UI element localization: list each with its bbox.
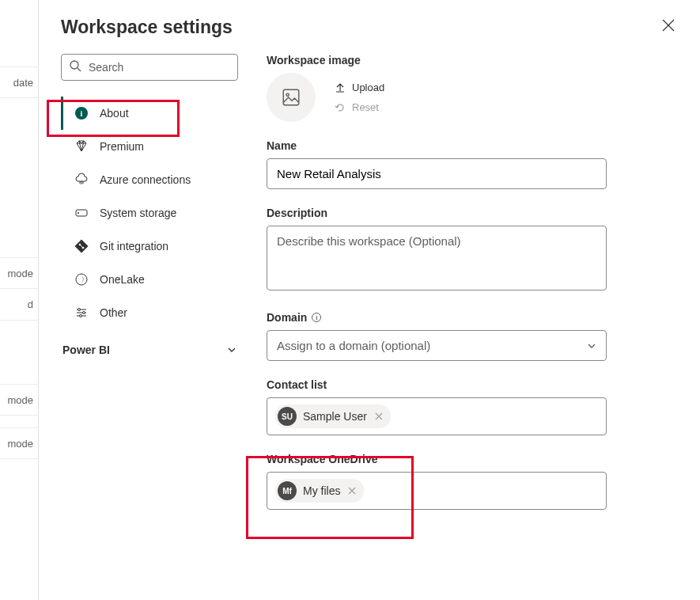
bg-row: mode <box>0 427 38 459</box>
cloud-icon <box>74 173 89 187</box>
nav-label: About <box>100 107 129 120</box>
bg-row: mode <box>0 257 38 289</box>
form-content: Workspace image Upload Reset <box>267 54 607 527</box>
onedrive-label: Workspace OneDrive <box>267 453 607 465</box>
chevron-down-icon <box>227 345 236 355</box>
svg-point-14 <box>80 315 82 317</box>
avatar: SU <box>278 407 297 426</box>
svg-point-0 <box>70 61 78 69</box>
upload-label: Upload <box>352 82 384 93</box>
description-label: Description <box>267 207 607 219</box>
chip-remove[interactable] <box>346 484 358 497</box>
reset-icon <box>335 102 346 113</box>
name-input[interactable] <box>267 158 607 189</box>
chip-name: Sample User <box>303 410 367 423</box>
page-title: Workspace settings <box>61 17 233 38</box>
nav-label: Premium <box>100 140 144 153</box>
nav-item-azure[interactable]: Azure connections <box>61 163 238 196</box>
nav-item-onelake[interactable]: OneLake <box>61 263 238 296</box>
reset-label: Reset <box>352 101 379 113</box>
bg-row: date <box>0 66 38 98</box>
svg-point-10 <box>78 309 81 311</box>
reset-button: Reset <box>335 101 384 113</box>
sliders-icon <box>74 306 89 320</box>
onedrive-input[interactable]: Mf My files <box>267 472 607 510</box>
close-icon <box>662 19 675 32</box>
svg-point-8 <box>76 274 87 285</box>
search-icon <box>69 59 81 75</box>
chip-name: My files <box>303 484 340 497</box>
image-label: Workspace image <box>267 54 607 66</box>
settings-modal: Workspace settings i About <box>38 0 700 600</box>
nav-item-storage[interactable]: System storage <box>61 196 238 230</box>
powerbi-section[interactable]: Power BI <box>61 329 238 364</box>
info-icon: i <box>75 107 88 120</box>
nav-item-git[interactable]: Git integration <box>61 230 238 263</box>
nav-label: Git integration <box>100 240 168 253</box>
chevron-down-icon <box>587 341 596 351</box>
svg-line-1 <box>78 68 81 71</box>
section-label: Power BI <box>62 344 110 356</box>
nav-item-about[interactable]: i About <box>61 97 238 130</box>
upload-button[interactable]: Upload <box>335 82 384 93</box>
close-button[interactable] <box>659 16 678 38</box>
domain-placeholder: Assign to a domain (optional) <box>277 339 430 352</box>
avatar: Mf <box>278 481 297 500</box>
storage-icon <box>74 206 89 220</box>
close-icon <box>348 487 356 495</box>
git-icon <box>74 239 89 253</box>
sidebar: i About Premium Azure connections <box>61 54 238 527</box>
contact-input[interactable]: SU Sample User <box>267 397 607 435</box>
chip-remove[interactable] <box>373 410 384 423</box>
nav-label: System storage <box>100 207 176 219</box>
bg-row: d <box>0 289 38 321</box>
description-input[interactable] <box>267 226 607 291</box>
diamond-icon <box>74 139 89 154</box>
bg-row: mode <box>0 384 38 416</box>
nav-label: Azure connections <box>100 173 191 186</box>
svg-rect-15 <box>283 89 299 105</box>
workspace-image-placeholder[interactable] <box>267 73 316 122</box>
contact-chip: SU Sample User <box>275 404 391 428</box>
nav-item-other[interactable]: Other <box>61 296 238 329</box>
contact-label: Contact list <box>267 378 607 391</box>
nav-label: OneLake <box>100 273 145 286</box>
name-label: Name <box>267 139 607 152</box>
domain-select[interactable]: Assign to a domain (optional) <box>267 330 607 361</box>
nav-item-premium[interactable]: Premium <box>61 130 238 163</box>
domain-label: Domain i <box>267 311 607 324</box>
svg-point-16 <box>286 93 289 96</box>
onedrive-chip: Mf My files <box>275 479 364 503</box>
svg-point-12 <box>83 312 85 314</box>
nav-label: Other <box>100 306 127 319</box>
search-input[interactable] <box>61 54 238 81</box>
onelake-icon <box>74 272 89 287</box>
close-icon <box>375 412 383 420</box>
info-icon[interactable]: i <box>312 313 321 322</box>
upload-icon <box>335 82 346 93</box>
image-icon <box>281 87 301 108</box>
svg-point-3 <box>78 212 79 214</box>
